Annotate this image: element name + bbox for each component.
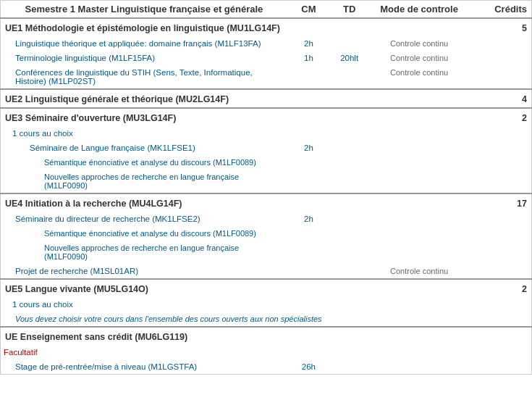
ue5-info: Vous devez choisir votre cours dans l'en… [1,312,532,327]
ue3-title: UE3 Séminaire d'ouverture (MU3LG14F) [1,108,470,126]
ue3-sub1-row: Sémantique énonciative et analyse du dis… [1,155,532,170]
course-mode: Controle continu [368,36,469,51]
ue4-sub1: Sémantique énonciative et analyse du dis… [1,226,287,241]
col-cm: CM [287,1,330,19]
col-title: Semestre 1 Master Linguistique française… [1,1,287,19]
ue3-sub2-row: Nouvelles approches de recherche en lang… [1,170,532,193]
ue6-credits [470,327,532,345]
course-row: Terminologie linguistique (M1LF15FA) 1h … [1,51,532,65]
ue5-info-row: Vous devez choisir votre cours dans l'en… [1,312,532,327]
ue4-projet-mode: Controle continu [368,264,469,279]
ue4-sub2: Nouvelles approches de recherche en lang… [1,241,287,264]
ue4-projet-row: Projet de recherche (M1SL01AR) Controle … [1,264,532,279]
course-td [330,36,369,51]
ue6-facultatif-row: Facultatif [1,345,532,359]
col-td: TD [330,1,369,19]
ue3-seminaire-cm: 2h [287,141,330,155]
course-title: Linguistique théorique et appliquée: dom… [1,36,287,51]
ue3-choice-row: 1 cours au choix [1,126,532,141]
course-cm: 2h [287,36,330,51]
ue3-sub1: Sémantique énonciative et analyse du dis… [1,155,287,170]
course-row: Linguistique théorique et appliquée: dom… [1,36,532,51]
ue5-title: UE5 Langue vivante (MU5LG14O) [1,279,470,297]
ue3-choice-label: 1 cours au choix [1,126,532,141]
col-credits: Crédits [470,1,532,19]
ue6-stage: Stage de pré-rentrée/mise à niveau (M1LG… [1,359,287,375]
ue6-title: UE Enseignement sans crédit (MU6LG119) [1,327,470,345]
ue5-choice-row: 1 cours au choix [1,297,532,312]
course-mode: Controle continu [368,65,469,89]
ue3-row: UE3 Séminaire d'ouverture (MU3LG14F) 2 [1,108,532,126]
ue3-credits: 2 [470,108,532,126]
course-td: 20hlt [330,51,369,65]
ue1-credits: 5 [470,18,532,36]
ue6-facultatif: Facultatif [1,345,532,359]
ue6-row: UE Enseignement sans crédit (MU6LG119) [1,327,532,345]
ue6-stage-row: Stage de pré-rentrée/mise à niveau (M1LG… [1,359,532,375]
ue4-title: UE4 Initiation à la recherche (MU4LG14F) [1,193,470,212]
ue5-credits: 2 [470,279,532,297]
ue5-choice-label: 1 cours au choix [1,297,532,312]
ue4-credits: 17 [470,193,532,212]
ue5-row: UE5 Langue vivante (MU5LG14O) 2 [1,279,532,297]
ue3-seminaire-row: Séminaire de Langue française (MK1LFSE1)… [1,141,532,155]
course-title: Conférences de linguistique du STIH (Sen… [1,65,287,89]
ue4-seminaire-row: Séminaire du directeur de recherche (MK1… [1,212,532,226]
ue4-sub1-row: Sémantique énonciative et analyse du dis… [1,226,532,241]
ue2-title: UE2 Linguistique générale et théorique (… [1,89,470,108]
ue6-stage-cm: 26h [287,359,330,375]
ue1-row: UE1 Méthodologie et épistémologie en lin… [1,18,532,36]
main-table: Semestre 1 Master Linguistique française… [0,0,532,375]
course-row: Conférences de linguistique du STIH (Sen… [1,65,532,89]
course-title: Terminologie linguistique (M1LF15FA) [1,51,287,65]
ue4-sub2-row: Nouvelles approches de recherche en lang… [1,241,532,264]
ue2-credits: 4 [470,89,532,108]
ue1-title: UE1 Méthodologie et épistémologie en lin… [1,18,470,36]
ue3-seminaire: Séminaire de Langue française (MK1LFSE1) [1,141,287,155]
course-cm: 1h [287,51,330,65]
course-mode: Controle continu [368,51,469,65]
ue2-row: UE2 Linguistique générale et théorique (… [1,89,532,108]
ue4-row: UE4 Initiation à la recherche (MU4LG14F)… [1,193,532,212]
col-mode: Mode de controle [368,1,469,19]
ue3-sub2: Nouvelles approches de recherche en lang… [1,170,287,193]
ue4-projet: Projet de recherche (M1SL01AR) [1,264,287,279]
ue4-seminaire: Séminaire du directeur de recherche (MK1… [1,212,287,226]
ue4-seminaire-cm: 2h [287,212,330,226]
